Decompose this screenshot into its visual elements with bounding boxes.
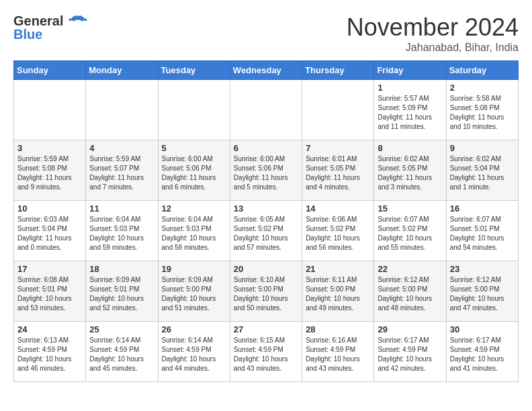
calendar-cell [302,80,374,140]
calendar-week-row: 1Sunrise: 5:57 AM Sunset: 5:09 PM Daylig… [14,80,519,140]
calendar-cell: 25Sunrise: 6:14 AM Sunset: 4:59 PM Dayli… [86,322,158,382]
day-info: Sunrise: 6:02 AM Sunset: 5:05 PM Dayligh… [378,154,442,192]
day-number: 11 [89,203,154,214]
day-info: Sunrise: 6:14 AM Sunset: 4:59 PM Dayligh… [89,336,154,373]
day-number: 2 [450,83,515,93]
day-number: 29 [378,324,442,334]
day-number: 5 [162,143,226,153]
day-number: 3 [17,143,82,153]
day-info: Sunrise: 6:17 AM Sunset: 4:59 PM Dayligh… [450,336,515,373]
day-info: Sunrise: 6:16 AM Sunset: 4:59 PM Dayligh… [306,336,370,373]
day-number: 15 [378,203,442,214]
day-info: Sunrise: 6:00 AM Sunset: 5:06 PM Dayligh… [234,154,298,192]
calendar-cell: 11Sunrise: 6:04 AM Sunset: 5:03 PM Dayli… [86,201,158,261]
day-number: 16 [450,203,515,214]
day-info: Sunrise: 6:07 AM Sunset: 5:02 PM Dayligh… [378,215,442,253]
calendar-cell: 21Sunrise: 6:11 AM Sunset: 5:00 PM Dayli… [302,261,374,322]
calendar-cell: 23Sunrise: 6:12 AM Sunset: 5:00 PM Dayli… [446,261,518,322]
day-info: Sunrise: 6:08 AM Sunset: 5:01 PM Dayligh… [17,275,82,313]
day-info: Sunrise: 6:06 AM Sunset: 5:02 PM Dayligh… [306,215,370,253]
day-info: Sunrise: 6:04 AM Sunset: 5:03 PM Dayligh… [162,215,226,253]
calendar-cell [230,80,302,140]
calendar-cell: 3Sunrise: 5:59 AM Sunset: 5:08 PM Daylig… [14,140,86,201]
calendar-week-row: 24Sunrise: 6:13 AM Sunset: 4:59 PM Dayli… [14,322,519,382]
day-info: Sunrise: 6:14 AM Sunset: 4:59 PM Dayligh… [162,336,226,373]
calendar-cell: 24Sunrise: 6:13 AM Sunset: 4:59 PM Dayli… [14,322,86,382]
day-info: Sunrise: 6:13 AM Sunset: 4:59 PM Dayligh… [17,336,82,373]
calendar-cell: 28Sunrise: 6:16 AM Sunset: 4:59 PM Dayli… [302,322,374,382]
day-info: Sunrise: 6:12 AM Sunset: 5:00 PM Dayligh… [378,275,442,313]
calendar-cell: 16Sunrise: 6:07 AM Sunset: 5:01 PM Dayli… [446,201,518,261]
weekday-header-monday: Monday [86,61,158,80]
day-number: 9 [450,143,515,153]
calendar-table: SundayMondayTuesdayWednesdayThursdayFrid… [13,60,519,382]
title-section: November 2024 Jahanabad, Bihar, India [347,13,519,54]
calendar-cell: 10Sunrise: 6:03 AM Sunset: 5:04 PM Dayli… [14,201,86,261]
calendar-cell: 2Sunrise: 5:58 AM Sunset: 5:08 PM Daylig… [446,80,518,140]
calendar-cell: 8Sunrise: 6:02 AM Sunset: 5:05 PM Daylig… [374,140,446,201]
day-info: Sunrise: 6:15 AM Sunset: 4:59 PM Dayligh… [234,336,298,373]
weekday-header-tuesday: Tuesday [158,61,230,80]
day-info: Sunrise: 5:59 AM Sunset: 5:07 PM Dayligh… [89,154,154,192]
month-title: November 2024 [347,13,519,42]
day-info: Sunrise: 6:10 AM Sunset: 5:00 PM Dayligh… [234,275,298,313]
day-info: Sunrise: 6:04 AM Sunset: 5:03 PM Dayligh… [89,215,154,253]
day-number: 21 [306,264,370,274]
calendar-cell: 7Sunrise: 6:01 AM Sunset: 5:05 PM Daylig… [302,140,374,201]
day-number: 22 [378,264,442,274]
day-number: 17 [17,264,82,274]
calendar-cell [14,80,86,140]
calendar-cell: 15Sunrise: 6:07 AM Sunset: 5:02 PM Dayli… [374,201,446,261]
day-number: 28 [306,324,370,334]
page-header: General Blue November 2024 Jahanabad, Bi… [13,13,519,54]
day-info: Sunrise: 6:12 AM Sunset: 5:00 PM Dayligh… [450,275,515,313]
day-number: 13 [234,203,298,214]
calendar-cell: 5Sunrise: 6:00 AM Sunset: 5:06 PM Daylig… [158,140,230,201]
calendar-cell: 12Sunrise: 6:04 AM Sunset: 5:03 PM Dayli… [158,201,230,261]
day-number: 6 [234,143,298,153]
weekday-header-saturday: Saturday [446,61,518,80]
calendar-cell: 22Sunrise: 6:12 AM Sunset: 5:00 PM Dayli… [374,261,446,322]
calendar-cell: 27Sunrise: 6:15 AM Sunset: 4:59 PM Dayli… [230,322,302,382]
calendar-cell: 4Sunrise: 5:59 AM Sunset: 5:07 PM Daylig… [86,140,158,201]
day-info: Sunrise: 6:09 AM Sunset: 5:01 PM Dayligh… [89,275,154,313]
weekday-header-friday: Friday [374,61,446,80]
day-info: Sunrise: 6:00 AM Sunset: 5:06 PM Dayligh… [162,154,226,192]
day-number: 12 [162,203,226,214]
calendar-cell: 6Sunrise: 6:00 AM Sunset: 5:06 PM Daylig… [230,140,302,201]
day-info: Sunrise: 6:02 AM Sunset: 5:04 PM Dayligh… [450,154,515,192]
calendar-cell: 9Sunrise: 6:02 AM Sunset: 5:04 PM Daylig… [446,140,518,201]
logo-line2: Blue [13,27,42,42]
weekday-header-sunday: Sunday [14,61,86,80]
day-number: 27 [234,324,298,334]
day-info: Sunrise: 6:03 AM Sunset: 5:04 PM Dayligh… [17,215,82,253]
day-info: Sunrise: 5:57 AM Sunset: 5:09 PM Dayligh… [378,94,442,132]
day-number: 26 [162,324,226,334]
day-number: 14 [306,203,370,214]
calendar-cell: 17Sunrise: 6:08 AM Sunset: 5:01 PM Dayli… [14,261,86,322]
calendar-cell: 19Sunrise: 6:09 AM Sunset: 5:00 PM Dayli… [158,261,230,322]
calendar-week-row: 17Sunrise: 6:08 AM Sunset: 5:01 PM Dayli… [14,261,519,322]
day-info: Sunrise: 5:59 AM Sunset: 5:08 PM Dayligh… [17,154,82,192]
calendar-cell: 14Sunrise: 6:06 AM Sunset: 5:02 PM Dayli… [302,201,374,261]
logo-blue-label: Blue [13,27,42,42]
calendar-week-row: 10Sunrise: 6:03 AM Sunset: 5:04 PM Dayli… [14,201,519,261]
day-number: 30 [450,324,515,334]
day-number: 18 [89,264,154,274]
calendar-cell: 18Sunrise: 6:09 AM Sunset: 5:01 PM Dayli… [86,261,158,322]
day-number: 4 [89,143,154,153]
logo-blue-text [63,13,67,28]
day-number: 23 [450,264,515,274]
weekday-header-row: SundayMondayTuesdayWednesdayThursdayFrid… [14,61,519,80]
day-info: Sunrise: 6:01 AM Sunset: 5:05 PM Dayligh… [306,154,370,192]
location-subtitle: Jahanabad, Bihar, India [347,42,519,54]
calendar-cell: 20Sunrise: 6:10 AM Sunset: 5:00 PM Dayli… [230,261,302,322]
calendar-week-row: 3Sunrise: 5:59 AM Sunset: 5:08 PM Daylig… [14,140,519,201]
calendar-cell: 13Sunrise: 6:05 AM Sunset: 5:02 PM Dayli… [230,201,302,261]
day-number: 1 [378,83,442,93]
day-number: 19 [162,264,226,274]
day-info: Sunrise: 6:17 AM Sunset: 4:59 PM Dayligh… [378,336,442,373]
calendar-cell: 1Sunrise: 5:57 AM Sunset: 5:09 PM Daylig… [374,80,446,140]
day-info: Sunrise: 5:58 AM Sunset: 5:08 PM Dayligh… [450,94,515,132]
weekday-header-thursday: Thursday [302,61,374,80]
